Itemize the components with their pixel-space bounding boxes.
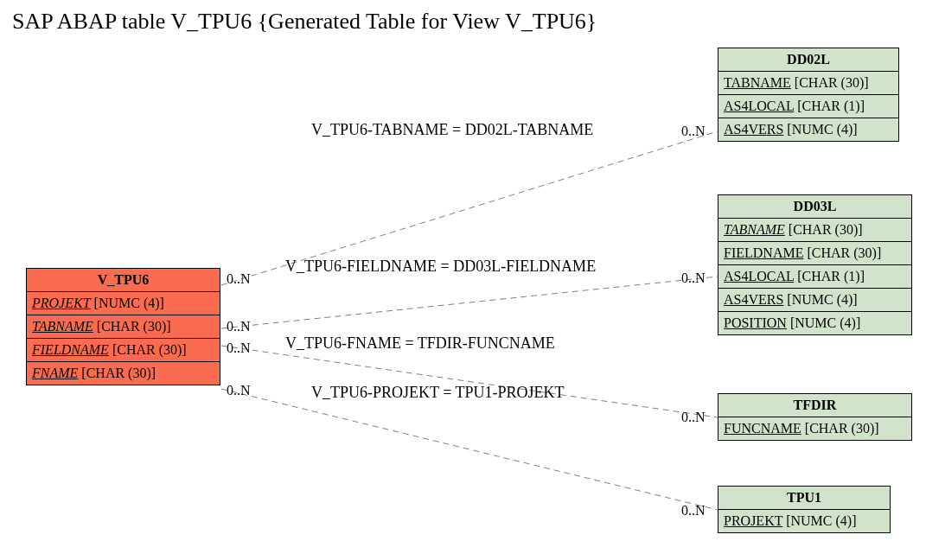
- entity-header: DD02L: [718, 48, 898, 72]
- relation-label: V_TPU6-PROJEKT = TPU1-PROJEKT: [311, 384, 565, 402]
- entity-dd02l: DD02L TABNAME [CHAR (30)] AS4LOCAL [CHAR…: [718, 48, 899, 142]
- cardinality-label: 0..N: [227, 271, 251, 287]
- entity-field: TABNAME [CHAR (30)]: [27, 315, 220, 339]
- entity-field: AS4LOCAL [CHAR (1)]: [718, 265, 911, 289]
- relation-label: V_TPU6-TABNAME = DD02L-TABNAME: [311, 121, 593, 139]
- cardinality-label: 0..N: [681, 410, 706, 425]
- entity-field: TABNAME [CHAR (30)]: [718, 72, 898, 95]
- entity-field: TABNAME [CHAR (30)]: [718, 219, 911, 242]
- page-title: SAP ABAP table V_TPU6 {Generated Table f…: [12, 9, 597, 35]
- svg-line-1: [221, 277, 718, 328]
- cardinality-label: 0..N: [681, 270, 706, 286]
- entity-field: PROJEKT [NUMC (4)]: [27, 292, 220, 315]
- entity-header: V_TPU6: [27, 269, 220, 292]
- entity-field: FIELDNAME [CHAR (30)]: [27, 339, 220, 362]
- entity-field: PROJEKT [NUMC (4)]: [718, 510, 890, 532]
- entity-header: TPU1: [718, 487, 890, 510]
- entity-field: AS4LOCAL [CHAR (1)]: [718, 95, 898, 118]
- entity-tfdir: TFDIR FUNCNAME [CHAR (30)]: [718, 393, 912, 441]
- cardinality-label: 0..N: [227, 383, 251, 398]
- entity-field: POSITION [NUMC (4)]: [718, 312, 911, 334]
- relation-label: V_TPU6-FNAME = TFDIR-FUNCNAME: [285, 334, 555, 353]
- entity-field: AS4VERS [NUMC (4)]: [718, 289, 911, 312]
- entity-field: FUNCNAME [CHAR (30)]: [718, 417, 911, 440]
- entity-v-tpu6: V_TPU6 PROJEKT [NUMC (4)] TABNAME [CHAR …: [26, 268, 220, 385]
- cardinality-label: 0..N: [681, 503, 706, 519]
- entity-header: DD03L: [718, 195, 911, 219]
- entity-header: TFDIR: [718, 394, 911, 417]
- svg-line-3: [221, 389, 718, 510]
- relation-label: V_TPU6-FIELDNAME = DD03L-FIELDNAME: [285, 258, 596, 276]
- svg-line-2: [221, 346, 718, 417]
- entity-field: FNAME [CHAR (30)]: [27, 362, 220, 385]
- cardinality-label: 0..N: [681, 124, 706, 139]
- entity-dd03l: DD03L TABNAME [CHAR (30)] FIELDNAME [CHA…: [718, 194, 912, 335]
- entity-field: FIELDNAME [CHAR (30)]: [718, 242, 911, 265]
- entity-tpu1: TPU1 PROJEKT [NUMC (4)]: [718, 486, 891, 533]
- entity-field: AS4VERS [NUMC (4)]: [718, 118, 898, 141]
- cardinality-label: 0..N: [227, 319, 251, 334]
- cardinality-label: 0..N: [227, 340, 251, 356]
